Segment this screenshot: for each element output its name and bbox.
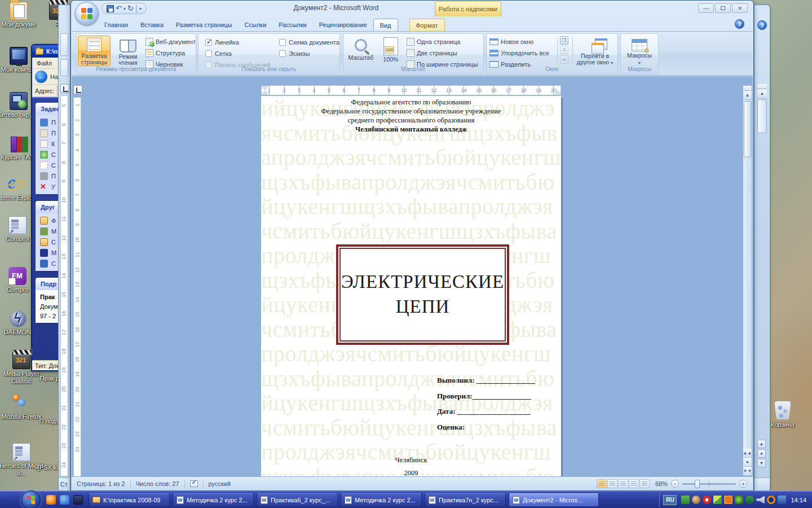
close-button[interactable]: ✕ (732, 3, 748, 13)
status-word-count[interactable]: Число слов: 27 (131, 479, 185, 489)
minimize-button[interactable]: — (698, 3, 714, 13)
previous-page-icon[interactable]: ▲ (757, 440, 766, 448)
tray-usb-eject-icon[interactable] (681, 496, 690, 504)
background-vertical-ruler[interactable]: 56789101112131415161718192021222324 (60, 95, 68, 476)
taskbar-clock[interactable]: 14:14 (791, 497, 806, 503)
quicklaunch-app-icon[interactable] (73, 495, 83, 505)
title-text-box[interactable]: ЭЛЕКТРИЧЕСКИЕ ЦЕПИ (336, 244, 509, 345)
one-page-button[interactable]: Одна страница (407, 36, 478, 47)
scroll-up-arrow[interactable]: ▲ (757, 89, 767, 98)
view-side-by-side-icon[interactable]: ❐ (560, 36, 568, 45)
save-icon[interactable] (107, 5, 114, 12)
outline-view-icon[interactable] (629, 479, 639, 488)
zoom-button[interactable]: Масштаб (346, 36, 376, 66)
taskbar-button-doc1[interactable]: Методичка 2 курс 2... (173, 493, 254, 507)
tab-insert[interactable]: Вставка (134, 19, 170, 31)
document-page[interactable]: ийцукенгшщзхъфывапролджэячсмитьбюйцукенг… (261, 96, 561, 476)
horizontal-ruler[interactable]: 1234567891011121314151617181920 (261, 85, 561, 95)
right-indent-marker[interactable] (555, 90, 561, 94)
document-map-checkbox[interactable] (279, 39, 286, 46)
tab-review[interactable]: Рецензирование (313, 19, 373, 31)
gridlines-checkbox-row[interactable]: Сетка (205, 48, 271, 59)
scroll-thumb[interactable] (757, 99, 767, 133)
document-map-checkbox-row[interactable]: Схема документа (279, 37, 339, 48)
print-layout-button[interactable]: Разметкастраницы (78, 36, 111, 66)
thumbnails-checkbox[interactable] (279, 50, 286, 57)
language-indicator[interactable]: RU (663, 495, 677, 505)
browse-object-icon[interactable]: ● (757, 449, 766, 458)
web-layout-view-icon[interactable] (618, 479, 628, 488)
vertical-scrollbar[interactable]: ▲ ▲▲ ● ▼▼ (743, 85, 752, 476)
reading-mode-button[interactable]: Режимчтения (112, 36, 144, 66)
taskbar-button-doc3[interactable]: Методичка 2 курс 2... (341, 493, 422, 507)
tray-emule-icon[interactable] (692, 496, 700, 504)
zoom-in-button[interactable]: + (739, 480, 747, 488)
gridlines-checkbox[interactable] (205, 50, 212, 57)
tray-utility-orange-icon[interactable] (724, 496, 732, 504)
fullscreen-view-icon[interactable] (607, 479, 617, 488)
tray-wireless-icon[interactable] (767, 496, 775, 504)
switch-windows-button[interactable]: Перейти вдругое окно ▾ (575, 36, 615, 66)
zoom-out-button[interactable]: − (671, 480, 679, 488)
outline-button[interactable]: Структура (145, 47, 196, 59)
tray-daemon-tools-icon[interactable] (745, 496, 754, 504)
taskbar-button-doc2[interactable]: Практика6_2 курс_... (257, 493, 338, 507)
status-page-number[interactable]: Страница: 1 из 2 (72, 479, 131, 489)
desktop-icon-heroes[interactable]: Heroes of Might a... (0, 443, 46, 477)
split-handle[interactable] (743, 86, 752, 91)
ruler-checkbox-row[interactable]: Линейка (205, 37, 271, 48)
two-pages-button[interactable]: Две страницы (407, 47, 478, 59)
help-icon[interactable]: ? (735, 19, 744, 29)
undo-dropdown-icon[interactable]: ▾ (123, 6, 126, 11)
tray-network-icon[interactable] (778, 496, 786, 504)
menu-file[interactable]: Файл (37, 60, 52, 67)
tab-selector-box[interactable] (73, 85, 82, 94)
background-scrollbar[interactable]: ▲ (757, 84, 767, 134)
start-button[interactable] (21, 491, 41, 508)
taskbar-button-doc4[interactable]: Практика7н_2 курс... (425, 493, 506, 507)
quicklaunch-firefox-icon[interactable] (46, 495, 56, 505)
print-layout-view-icon[interactable] (597, 479, 607, 488)
tray-utility-green-icon[interactable] (713, 496, 722, 504)
undo-icon[interactable]: ↶ (116, 4, 122, 13)
next-object-icon[interactable]: ▼▼ (743, 467, 752, 476)
tab-selector-box[interactable] (60, 84, 69, 93)
help-icon[interactable]: ? (757, 20, 767, 30)
redo-icon[interactable]: ↻ (127, 4, 134, 13)
zoom-slider-thumb[interactable] (695, 480, 700, 488)
background-word-window-right-edge[interactable]: ? ▲ ▲ ● ▼ (754, 5, 770, 491)
split-handle[interactable] (757, 84, 767, 89)
thumbnails-checkbox-row[interactable]: Эскизы (279, 48, 339, 59)
macros-button[interactable]: Макросы ▾ (624, 36, 655, 66)
background-word-window-left-edge[interactable]: 56789101112131415161718192021222324 Ст (58, 5, 70, 491)
status-language[interactable]: русский (204, 479, 236, 489)
tab-format[interactable]: Формат (409, 19, 445, 31)
tab-mailings[interactable]: Рассылки (272, 19, 312, 31)
taskbar-button-document2-active[interactable]: Документ2 - Micros... (509, 493, 599, 507)
office-button[interactable] (75, 2, 99, 25)
ruler-checkbox[interactable] (205, 39, 212, 46)
scroll-up-arrow[interactable]: ▲ (743, 91, 752, 100)
tab-references[interactable]: Ссылки (239, 19, 273, 31)
arrange-all-button[interactable]: Упорядочить все (489, 47, 549, 59)
maximize-button[interactable] (715, 3, 731, 13)
zoom-slider-track[interactable] (682, 483, 736, 485)
tab-page-layout[interactable]: Разметка страницы (170, 19, 239, 31)
scroll-thumb[interactable] (744, 101, 751, 157)
select-browse-object-icon[interactable]: ● (743, 458, 752, 467)
status-spellcheck[interactable] (185, 479, 204, 489)
tray-download-manager-icon[interactable] (703, 496, 711, 504)
back-button[interactable]: ← (35, 71, 47, 83)
new-window-button[interactable]: Новое окно (489, 36, 549, 47)
web-layout-button[interactable]: Веб-документ (145, 36, 196, 47)
word-titlebar[interactable]: ↶ ▾ ↻ | ▾ Документ2 - Microsoft Word Раб… (71, 1, 753, 16)
tab-view[interactable]: Вид (373, 19, 398, 31)
zoom-100-button[interactable]: 100% (377, 36, 404, 66)
qat-customize-icon[interactable]: ▾ (139, 6, 142, 11)
previous-object-icon[interactable]: ▲▲ (743, 449, 752, 458)
tab-home[interactable]: Главная (98, 19, 134, 31)
vertical-ruler[interactable]: 123456789101112131415161718192021222324 (73, 97, 81, 476)
tray-nvidia-icon[interactable] (735, 496, 743, 504)
zoom-level[interactable]: 68% (655, 480, 668, 487)
next-page-icon[interactable]: ▼ (757, 459, 766, 467)
